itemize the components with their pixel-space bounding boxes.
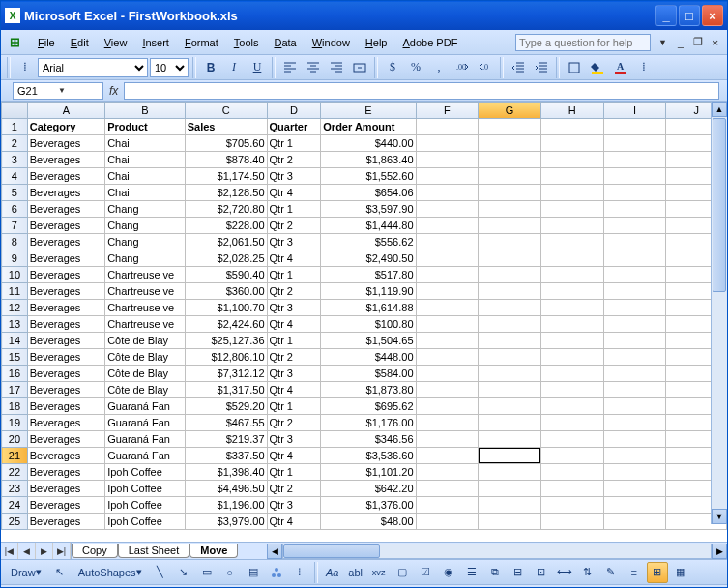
cell-A5[interactable]: Beverages: [27, 185, 104, 201]
cell-A17[interactable]: Beverages: [27, 382, 104, 398]
maximize-button[interactable]: □: [679, 5, 700, 26]
cell-F5[interactable]: [416, 185, 479, 201]
cell-F18[interactable]: [416, 398, 479, 415]
fx-icon[interactable]: fx: [109, 84, 118, 98]
cell-B6[interactable]: Chang: [105, 201, 186, 218]
cell-D11[interactable]: Qtr 2: [267, 283, 321, 300]
row-header-9[interactable]: 9: [2, 250, 28, 267]
cell-A9[interactable]: Beverages: [27, 250, 104, 267]
row-header-10[interactable]: 10: [2, 267, 28, 283]
cell-I5[interactable]: [603, 185, 666, 201]
cell-A2[interactable]: Beverages: [27, 135, 104, 152]
cell-H21[interactable]: [540, 448, 603, 464]
font-name-select[interactable]: Arial: [38, 58, 148, 77]
cell-G3[interactable]: [479, 152, 541, 168]
cell-H24[interactable]: [540, 497, 603, 514]
app-icon[interactable]: ⊞: [5, 33, 24, 52]
cell-C4[interactable]: $1,174.50: [185, 168, 267, 185]
select-objects-button[interactable]: ↖: [49, 562, 71, 583]
combolist-tool[interactable]: ⊟: [508, 562, 529, 583]
cell-H5[interactable]: [540, 185, 603, 201]
cell-F1[interactable]: [416, 119, 479, 135]
cell-G9[interactable]: [479, 250, 541, 267]
cell-H19[interactable]: [540, 415, 603, 431]
cell-C20[interactable]: $219.37: [185, 431, 267, 448]
sheet-tab-move[interactable]: Move: [189, 544, 238, 558]
cell-E11[interactable]: $1,119.90: [321, 283, 416, 300]
cell-B11[interactable]: Chartreuse ve: [105, 283, 186, 300]
properties-button[interactable]: ✎: [600, 562, 622, 583]
row-header-25[interactable]: 25: [2, 514, 28, 530]
row-header-24[interactable]: 24: [2, 497, 28, 514]
row-header-11[interactable]: 11: [2, 283, 28, 300]
cell-F16[interactable]: [416, 366, 479, 382]
cell-B18[interactable]: Guaraná Fan: [105, 398, 186, 415]
cell-E21[interactable]: $3,536.60: [321, 448, 416, 464]
cell-H1[interactable]: [540, 119, 603, 135]
cell-E13[interactable]: $100.80: [321, 316, 416, 333]
cell-C10[interactable]: $590.40: [185, 267, 267, 283]
cell-B19[interactable]: Guaraná Fan: [105, 415, 186, 431]
cell-A23[interactable]: Beverages: [27, 481, 104, 497]
col-header-A[interactable]: A: [27, 103, 104, 119]
cell-C3[interactable]: $878.40: [185, 152, 267, 168]
cell-D21[interactable]: Qtr 4: [267, 448, 321, 464]
percent-button[interactable]: %: [405, 57, 426, 78]
currency-button[interactable]: $: [382, 57, 403, 78]
cell-F4[interactable]: [416, 168, 479, 185]
cell-B20[interactable]: Guaraná Fan: [105, 431, 186, 448]
cell-F6[interactable]: [416, 201, 479, 218]
cell-A12[interactable]: Beverages: [27, 300, 104, 316]
cell-A3[interactable]: Beverages: [27, 152, 104, 168]
autoshapes-button[interactable]: AutoShapes ▾: [73, 562, 148, 583]
cell-H2[interactable]: [540, 135, 603, 152]
cell-B24[interactable]: Ipoh Coffee: [105, 497, 186, 514]
row-header-19[interactable]: 19: [2, 415, 28, 431]
vscroll-thumb[interactable]: [713, 118, 726, 292]
cell-I24[interactable]: [603, 497, 666, 514]
help-search-dropdown-icon[interactable]: ▼: [658, 38, 667, 47]
row-header-6[interactable]: 6: [2, 201, 28, 218]
row-header-3[interactable]: 3: [2, 152, 28, 168]
menu-tools[interactable]: Tools: [226, 34, 267, 51]
cell-G11[interactable]: [479, 283, 541, 300]
row-header-22[interactable]: 22: [2, 464, 28, 481]
cell-A4[interactable]: Beverages: [27, 168, 104, 185]
cell-G21[interactable]: [479, 448, 541, 464]
cell-I13[interactable]: [603, 316, 666, 333]
cell-I17[interactable]: [603, 382, 666, 398]
underline-button[interactable]: U: [247, 57, 268, 78]
vertical-scrollbar[interactable]: ▲ ▼: [711, 102, 727, 524]
row-header-13[interactable]: 13: [2, 316, 28, 333]
cell-H11[interactable]: [540, 283, 603, 300]
cell-G14[interactable]: [479, 333, 541, 349]
cell-C18[interactable]: $529.20: [185, 398, 267, 415]
cell-B8[interactable]: Chang: [105, 234, 186, 250]
cell-C1[interactable]: Sales: [185, 119, 267, 135]
cell-D16[interactable]: Qtr 3: [267, 366, 321, 382]
cell-G17[interactable]: [479, 382, 541, 398]
cell-B1[interactable]: Product: [105, 119, 186, 135]
col-header-F[interactable]: F: [416, 103, 479, 119]
cell-F11[interactable]: [416, 283, 479, 300]
align-right-button[interactable]: [326, 57, 347, 78]
cell-E5[interactable]: $654.06: [321, 185, 416, 201]
cell-A14[interactable]: Beverages: [27, 333, 104, 349]
cell-F12[interactable]: [416, 300, 479, 316]
cell-D8[interactable]: Qtr 3: [267, 234, 321, 250]
cell-H14[interactable]: [540, 333, 603, 349]
spreadsheet-grid[interactable]: ABCDEFGHIJ1CategoryProductSalesQuarterOr…: [1, 102, 727, 530]
cell-I2[interactable]: [603, 135, 666, 152]
cell-I19[interactable]: [603, 415, 666, 431]
cell-H13[interactable]: [540, 316, 603, 333]
scroll-down-button[interactable]: ▼: [712, 509, 727, 524]
cell-B2[interactable]: Chai: [105, 135, 186, 152]
cell-I10[interactable]: [603, 267, 666, 283]
cell-B7[interactable]: Chang: [105, 218, 186, 234]
cell-B12[interactable]: Chartreuse ve: [105, 300, 186, 316]
cell-C7[interactable]: $228.00: [185, 218, 267, 234]
increase-decimal-button[interactable]: .00: [451, 57, 473, 78]
code-button[interactable]: ≡: [624, 562, 645, 583]
scrollbar-tool[interactable]: ⟷: [554, 562, 575, 583]
combodropdown-tool[interactable]: ⊡: [531, 562, 552, 583]
